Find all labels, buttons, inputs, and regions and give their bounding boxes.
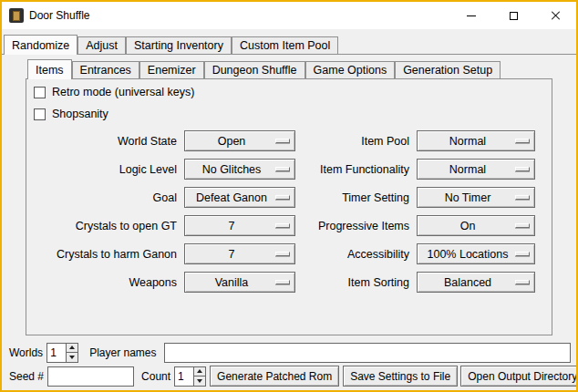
item-sorting-dropdown[interactable]: Balanced: [417, 272, 535, 293]
subtab-dungeon-shuffle[interactable]: Dungeon Shuffle: [204, 61, 305, 78]
app-icon: [9, 8, 24, 23]
player-names-label: Player names: [89, 346, 156, 359]
progressive-items-label: Progressive Items: [303, 220, 409, 232]
dropdown-indicator-icon: [275, 280, 290, 284]
world-state-dropdown[interactable]: Open: [184, 130, 295, 151]
arrow-down-icon: [69, 356, 75, 359]
dropdown-indicator-icon: [275, 195, 290, 200]
settings-grid: World State Open Item Pool Normal Logic …: [31, 127, 547, 296]
window-title: Door Shuffle: [29, 9, 90, 22]
accessibility-label: Accessibility: [303, 248, 409, 261]
timer-setting-value: No Timer: [445, 191, 491, 204]
tab-starting-inventory[interactable]: Starting Inventory: [126, 36, 232, 54]
weapons-label: Weapons: [31, 276, 177, 289]
footer-row-1: Worlds Player names: [9, 342, 571, 363]
shopsanity-checkbox[interactable]: [34, 108, 46, 120]
subtab-enemizer[interactable]: Enemizer: [139, 61, 204, 78]
goal-value: Defeat Ganon: [196, 191, 267, 204]
count-input[interactable]: [174, 366, 193, 387]
goal-label: Goal: [31, 191, 177, 204]
count-spinbox: [174, 366, 206, 387]
arrow-up-icon: [197, 369, 202, 373]
logic-level-dropdown[interactable]: No Glitches: [184, 159, 295, 180]
weapons-dropdown[interactable]: Vanilla: [184, 272, 295, 293]
arrow-up-icon: [69, 346, 75, 349]
item-pool-dropdown[interactable]: Normal: [417, 130, 535, 151]
crystals-open-gt-value: 7: [229, 220, 235, 232]
logic-level-value: No Glitches: [202, 163, 262, 176]
dropdown-indicator-icon: [515, 195, 530, 200]
worlds-spin-up-button[interactable]: [66, 343, 78, 354]
player-names-input[interactable]: [164, 343, 572, 363]
item-pool-value: Normal: [449, 135, 486, 148]
accessibility-value: 100% Locations: [428, 248, 509, 261]
subtab-items[interactable]: Items: [27, 59, 72, 79]
weapons-value: Vanilla: [215, 276, 249, 289]
subtab-entrances[interactable]: Entrances: [72, 61, 139, 78]
item-pool-label: Item Pool: [303, 135, 409, 148]
retro-mode-row: Retro mode (universal keys): [31, 81, 547, 103]
dropdown-indicator-icon: [515, 252, 530, 256]
minimize-button[interactable]: [450, 2, 492, 29]
seed-input[interactable]: [47, 366, 134, 387]
dropdown-indicator-icon: [515, 280, 530, 284]
item-functionality-value: Normal: [449, 163, 486, 176]
sub-tab-bar: Items Entrances Enemizer Dungeon Shuffle…: [26, 58, 552, 78]
main-tab-bar: Randomize Adjust Starting Inventory Cust…: [4, 34, 576, 54]
dropdown-indicator-icon: [275, 223, 290, 228]
count-spin-up-button[interactable]: [193, 366, 206, 377]
timer-setting-label: Timer Setting: [303, 191, 409, 204]
save-settings-button[interactable]: Save Settings to File: [343, 366, 458, 387]
seed-label: Seed #: [9, 370, 44, 383]
retro-mode-checkbox[interactable]: [34, 87, 46, 98]
arrow-down-icon: [197, 379, 202, 383]
count-label: Count: [141, 370, 170, 383]
crystals-harm-ganon-value: 7: [229, 248, 235, 261]
worlds-spin-arrows: [66, 343, 78, 363]
items-panel: Retro mode (universal keys) Shopsanity W…: [26, 78, 552, 335]
count-spin-down-button[interactable]: [193, 377, 206, 387]
item-functionality-label: Item Functionality: [303, 163, 409, 176]
tab-randomize[interactable]: Randomize: [4, 35, 77, 55]
dropdown-indicator-icon: [275, 139, 290, 143]
worlds-label: Worlds: [9, 346, 43, 359]
worlds-spin-down-button[interactable]: [66, 353, 78, 363]
window-controls: [450, 2, 576, 29]
generate-patched-rom-button[interactable]: Generate Patched Rom: [210, 366, 339, 387]
crystals-open-gt-dropdown[interactable]: 7: [184, 215, 295, 236]
item-sorting-label: Item Sorting: [303, 276, 409, 289]
retro-mode-label: Retro mode (universal keys): [52, 86, 194, 98]
dropdown-indicator-icon: [515, 223, 530, 228]
timer-setting-dropdown[interactable]: No Timer: [417, 187, 535, 208]
goal-dropdown[interactable]: Defeat Ganon: [184, 187, 295, 208]
maximize-button[interactable]: [492, 2, 534, 29]
accessibility-dropdown[interactable]: 100% Locations: [417, 243, 535, 264]
progressive-items-value: On: [460, 220, 476, 232]
world-state-value: Open: [218, 135, 246, 148]
footer-row-2: Seed # Count Generate Patched Rom Save S…: [9, 366, 571, 387]
shopsanity-row: Shopsanity: [31, 103, 547, 125]
crystals-harm-ganon-dropdown[interactable]: 7: [184, 243, 295, 264]
world-state-label: World State: [31, 135, 177, 148]
subtab-game-options[interactable]: Game Options: [305, 61, 396, 78]
dropdown-indicator-icon: [275, 252, 290, 256]
open-output-directory-button[interactable]: Open Output Directory: [460, 366, 578, 387]
shopsanity-label: Shopsanity: [52, 108, 108, 120]
subtab-generation-setup[interactable]: Generation Setup: [395, 61, 501, 78]
crystals-open-gt-label: Crystals to open GT: [31, 220, 177, 232]
item-sorting-value: Balanced: [444, 276, 491, 289]
close-button[interactable]: [534, 2, 576, 29]
item-functionality-dropdown[interactable]: Normal: [417, 159, 535, 180]
worlds-input[interactable]: [46, 343, 66, 363]
minimize-icon: [467, 15, 476, 16]
progressive-items-dropdown[interactable]: On: [417, 215, 535, 236]
titlebar[interactable]: Door Shuffle: [2, 2, 576, 29]
count-spin-arrows: [193, 366, 206, 387]
crystals-harm-ganon-label: Crystals to harm Ganon: [31, 248, 177, 261]
worlds-spinbox: [46, 343, 78, 363]
close-icon: [550, 10, 561, 21]
dropdown-indicator-icon: [515, 139, 530, 143]
tab-custom-item-pool[interactable]: Custom Item Pool: [232, 36, 338, 54]
door-shuffle-window: Door Shuffle Randomize Adjust Starting I…: [0, 0, 578, 392]
tab-adjust[interactable]: Adjust: [77, 36, 126, 54]
